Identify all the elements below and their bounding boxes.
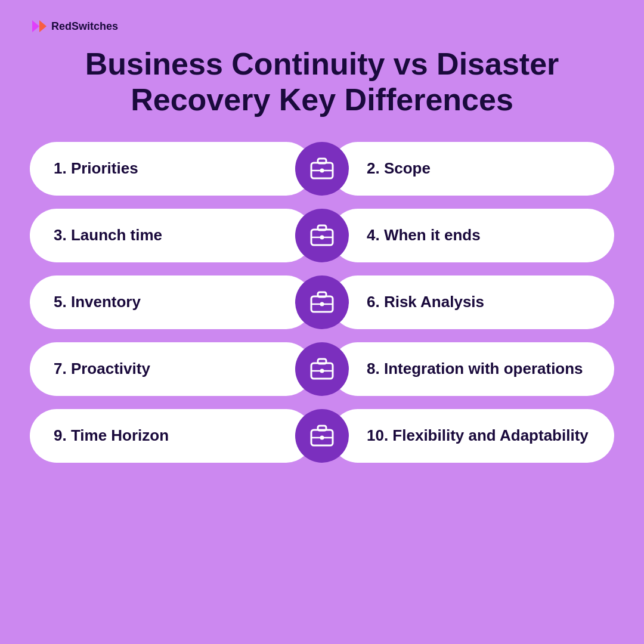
svg-point-5 bbox=[320, 168, 324, 172]
row-5: 9. Time Horizon 10. Flexibility and Adap… bbox=[30, 409, 614, 463]
svg-point-9 bbox=[320, 235, 324, 239]
center-icon-1 bbox=[295, 142, 349, 196]
pill-left-3: 5. Inventory bbox=[30, 275, 313, 329]
pill-left-1: 1. Priorities bbox=[30, 142, 313, 196]
center-icon-2 bbox=[295, 209, 349, 262]
pill-left-2: 3. Launch time bbox=[30, 209, 313, 262]
pill-right-2: 4. When it ends bbox=[331, 209, 614, 262]
svg-marker-1 bbox=[39, 20, 47, 32]
pill-right-5: 10. Flexibility and Adaptability bbox=[331, 409, 614, 463]
briefcase-icon bbox=[309, 157, 335, 181]
logo-text: RedSwitches bbox=[51, 20, 118, 33]
logo-icon bbox=[30, 18, 47, 35]
rows-container: 1. Priorities 2. Scope3. Launch time bbox=[30, 142, 614, 463]
page-title: Business Continuity vs Disaster Recovery… bbox=[30, 47, 614, 118]
center-icon-4 bbox=[295, 342, 349, 396]
svg-point-13 bbox=[320, 302, 324, 306]
center-icon-3 bbox=[295, 275, 349, 329]
pill-right-4: 8. Integration with operations bbox=[331, 342, 614, 396]
center-icon-5 bbox=[295, 409, 349, 463]
pill-left-4: 7. Proactivity bbox=[30, 342, 313, 396]
briefcase-icon bbox=[309, 290, 335, 314]
svg-point-21 bbox=[320, 435, 324, 439]
page: RedSwitches Business Continuity vs Disas… bbox=[0, 0, 644, 644]
briefcase-icon bbox=[309, 224, 335, 247]
pill-left-5: 9. Time Horizon bbox=[30, 409, 313, 463]
briefcase-icon bbox=[309, 424, 335, 448]
row-2: 3. Launch time 4. When it ends bbox=[30, 209, 614, 262]
svg-point-17 bbox=[320, 369, 324, 373]
svg-marker-0 bbox=[32, 20, 39, 32]
pill-right-1: 2. Scope bbox=[331, 142, 614, 196]
row-4: 7. Proactivity 8. Integration with opera… bbox=[30, 342, 614, 396]
row-3: 5. Inventory 6. Risk Analysis bbox=[30, 275, 614, 329]
briefcase-icon bbox=[309, 357, 335, 381]
row-1: 1. Priorities 2. Scope bbox=[30, 142, 614, 196]
logo-area: RedSwitches bbox=[30, 18, 614, 35]
pill-right-3: 6. Risk Analysis bbox=[331, 275, 614, 329]
